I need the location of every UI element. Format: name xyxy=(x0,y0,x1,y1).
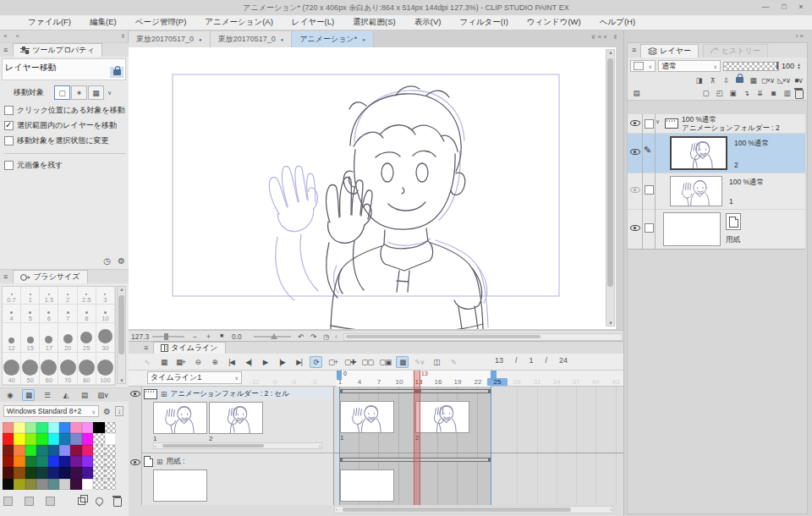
lock-icon[interactable] xyxy=(110,67,123,78)
color-swatch[interactable] xyxy=(48,467,59,478)
brush-size-cell[interactable]: 3 xyxy=(96,287,115,305)
apply-mask-icon[interactable]: ▥ xyxy=(782,88,792,98)
color-slider-icon[interactable]: ☰ xyxy=(41,389,53,401)
brush-size-cell[interactable]: 25 xyxy=(78,323,96,354)
color-wheel-icon[interactable]: ◉ xyxy=(3,389,16,401)
delete-layer-icon[interactable] xyxy=(795,90,804,99)
color-swatch[interactable] xyxy=(105,479,116,490)
color-swatch[interactable] xyxy=(25,467,36,478)
play-icon[interactable]: ▶ xyxy=(259,356,272,368)
brush-size-cell[interactable]: 70 xyxy=(58,353,77,385)
palette-menu-icon[interactable]: ≡ xyxy=(144,344,148,352)
brush-size-cell[interactable]: 1.5 xyxy=(40,287,58,305)
canvas-vertical-scrollbar[interactable]: ▲ ▼ xyxy=(606,49,615,327)
chevron-down-icon[interactable]: ∨ xyxy=(107,90,112,96)
opacity-slider[interactable] xyxy=(723,62,779,71)
brush-size-cell[interactable]: 4 xyxy=(3,305,21,323)
color-swatch[interactable] xyxy=(59,433,70,444)
color-swatch[interactable] xyxy=(70,479,81,490)
cel-thumbnail-1[interactable] xyxy=(153,402,207,434)
color-swatch[interactable] xyxy=(36,456,47,467)
opacity-spinner[interactable]: ▲▼ xyxy=(797,63,801,69)
color-swatch[interactable] xyxy=(25,422,36,433)
maximize-button[interactable]: □ xyxy=(775,0,793,14)
color-swatch[interactable] xyxy=(36,422,47,433)
eye-icon[interactable] xyxy=(630,147,640,156)
reset-view-icon[interactable]: ◷ xyxy=(323,332,329,341)
replace-color-icon[interactable] xyxy=(94,496,105,507)
color-swatch[interactable] xyxy=(82,445,93,456)
collapse-panel-arrow-icon[interactable]: < xyxy=(15,32,19,40)
color-swatch[interactable] xyxy=(59,479,70,490)
canvas-tab[interactable]: 東放20170517_0 ● xyxy=(129,31,211,47)
minimize-button[interactable]: — xyxy=(756,0,775,14)
rotate-right-icon[interactable]: ↷ xyxy=(310,332,316,341)
color-swatch[interactable] xyxy=(48,422,59,433)
color-swatch[interactable] xyxy=(93,422,104,433)
edit-color-set-icon[interactable]: ⚙ xyxy=(103,407,111,416)
color-swatch[interactable] xyxy=(36,445,47,456)
next-frame-icon[interactable]: |▶ xyxy=(276,356,288,368)
menu-item[interactable]: 表示(V) xyxy=(405,17,451,28)
color-swatch[interactable] xyxy=(36,467,47,478)
tab-layer[interactable]: レイヤー xyxy=(640,44,699,58)
swatch-tag-icon[interactable] xyxy=(46,497,55,506)
color-swatch[interactable] xyxy=(14,467,25,478)
timeline-settings-icon[interactable]: ▦+ xyxy=(174,356,187,368)
color-swatch[interactable] xyxy=(105,433,116,444)
cel-thumbnail-2[interactable] xyxy=(209,402,263,434)
expand-icon[interactable]: ⊞ xyxy=(161,390,167,398)
color-swatch[interactable] xyxy=(3,422,14,433)
color-swatch[interactable] xyxy=(3,445,14,456)
menu-item[interactable]: アニメーション(A) xyxy=(195,17,283,28)
specify-cel-icon[interactable]: ▢▢ xyxy=(360,356,374,368)
swatch-tag-icon[interactable] xyxy=(3,497,13,506)
color-swatch[interactable] xyxy=(48,445,59,456)
brush-size-cell[interactable]: 2.5 xyxy=(78,287,96,305)
save-color-set-icon[interactable]: ↓ xyxy=(115,406,124,416)
color-swatch[interactable] xyxy=(93,467,104,478)
layer-thumbnail-2[interactable] xyxy=(670,136,727,170)
palette-color-select[interactable]: ∨ xyxy=(630,60,656,72)
menu-item[interactable]: ウィンドウ(W) xyxy=(518,17,590,28)
color-swatch[interactable] xyxy=(82,479,93,490)
color-swatch[interactable] xyxy=(82,433,93,444)
color-set-select[interactable]: Windows Standard 8+2 ∨ xyxy=(3,405,99,417)
tool-option-checkbox[interactable]: 選択範囲内のレイヤーを移動 xyxy=(4,120,125,131)
brush-size-cell[interactable]: 30 xyxy=(96,323,115,354)
eye-icon[interactable] xyxy=(130,458,140,466)
dock-collapse-icons[interactable]: ∨ « « xyxy=(590,33,606,41)
brush-size-cell[interactable]: 60 xyxy=(40,353,58,385)
canvas-horizontal-scrollbar[interactable] xyxy=(343,333,623,341)
more-palettes-icon[interactable]: ▧∨ xyxy=(96,389,109,401)
color-swatch[interactable] xyxy=(3,467,14,478)
tool-option-checkbox[interactable]: 移動対象を選択状態に変更 xyxy=(4,135,125,146)
color-swatch[interactable] xyxy=(48,456,59,467)
eye-icon[interactable] xyxy=(630,223,640,232)
batch-specify-cels-icon[interactable]: ▢▣ xyxy=(378,356,392,368)
new-vector-layer-icon[interactable]: ◰ xyxy=(714,88,724,98)
timeline-track-header-paper[interactable]: ⊞ 用紙 : xyxy=(144,456,332,467)
menu-item[interactable]: 選択範囲(S) xyxy=(343,17,405,28)
light-table-icon[interactable]: ◫ xyxy=(430,356,442,368)
brush-size-cell[interactable]: 15 xyxy=(21,323,40,354)
palette-menu-icon[interactable]: ≡ xyxy=(632,47,636,54)
brush-size-cell[interactable]: 10 xyxy=(96,305,115,323)
tonal-correction-icon[interactable]: ⊼ xyxy=(707,75,717,85)
color-swatch[interactable] xyxy=(93,445,104,456)
prev-frame-icon[interactable]: ◀| xyxy=(242,356,255,368)
zoom-out-button[interactable]: − xyxy=(193,332,197,341)
layer-checkbox[interactable] xyxy=(645,223,654,233)
brush-size-cell[interactable]: 6 xyxy=(40,305,58,323)
color-swatch[interactable] xyxy=(36,433,47,444)
tool-option-checkbox[interactable]: クリック位置にある対象を移動 xyxy=(4,105,125,116)
new-timeline-icon[interactable]: ▦ xyxy=(157,356,170,368)
cel-display-icon[interactable]: ✎∨ xyxy=(413,356,425,368)
move-layer-button[interactable]: ▢ xyxy=(54,85,70,100)
close-button[interactable]: × xyxy=(792,0,810,14)
zoom-in-button[interactable]: + xyxy=(206,332,211,341)
menu-item[interactable]: 編集(E) xyxy=(80,17,126,28)
set-as-draft-icon[interactable]: ⇩ xyxy=(721,75,731,85)
ruler-range-icon[interactable]: ◺×∨ xyxy=(777,75,790,85)
expand-icon[interactable]: ⊞ xyxy=(156,458,163,466)
